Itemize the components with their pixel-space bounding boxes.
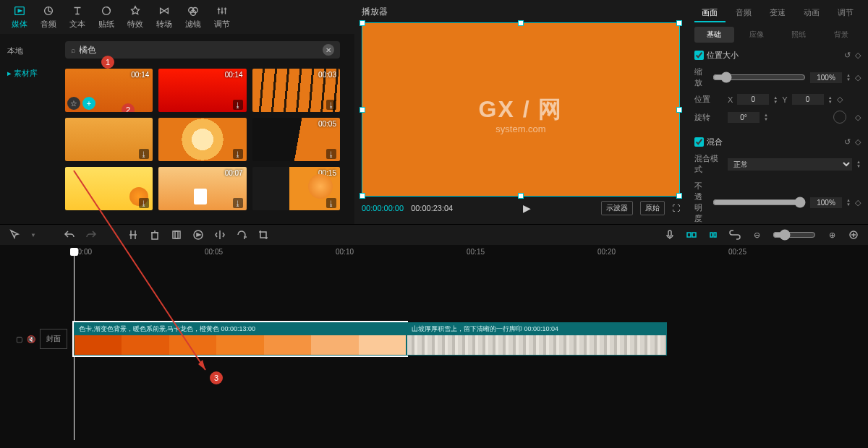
search-box: ⌕ ✕ 1 [65,41,340,59]
tab-sticker[interactable]: 贴纸 [94,3,119,31]
fullscreen-icon[interactable]: ⛶ [672,204,680,212]
rot-dial-icon[interactable] [833,111,846,124]
asset-thumb[interactable]: ⭳ [65,167,153,210]
mic-icon[interactable] [664,229,676,241]
subtab-1[interactable]: 应像 [737,27,777,43]
rtab-audio[interactable]: 音频 [728,4,760,22]
adjust-icon [216,4,229,17]
keyframe-icon[interactable]: ◇ [855,113,861,122]
download-icon[interactable]: ⭳ [233,198,243,208]
download-icon[interactable]: ⭳ [139,149,149,159]
preview-canvas[interactable]: GX / 网 system.com [362,22,680,197]
blend-label: 混合 [707,137,723,147]
reset-icon[interactable]: ↺ [844,137,851,147]
rtab-adjust[interactable]: 调节 [830,4,861,22]
pos-y[interactable] [792,94,824,105]
pos-x[interactable] [737,94,769,105]
keyframe-icon[interactable]: ◇ [837,95,843,104]
opacity-value[interactable] [810,197,842,208]
add-icon[interactable]: + [82,97,95,110]
crop-icon[interactable] [258,229,269,241]
clear-icon[interactable]: ✕ [323,44,334,56]
asset-thumb[interactable]: 00:14⭳ [158,69,246,112]
svg-rect-6 [152,233,158,239]
download-icon[interactable]: ⭳ [139,198,149,208]
keyframe-icon[interactable]: ◇ [855,51,861,60]
scope-button[interactable]: 示波器 [601,201,633,215]
asset-thumb[interactable]: 00:14 ☆+ 2 [65,69,153,112]
timeline-clip[interactable]: 色卡,渐变色背景，暖色系前景,马卡龙色，橙黄色 00:00:13:00 [74,322,407,356]
tab-media[interactable]: 媒体 [7,3,32,31]
scale-value[interactable] [810,72,842,83]
redo-icon[interactable] [85,229,97,241]
blend-mode-select[interactable]: 正常 [728,158,852,171]
reverse-icon[interactable] [192,229,204,241]
annotation-1: 1 [101,56,114,69]
rtab-anim[interactable]: 动画 [796,4,827,22]
split-icon[interactable] [127,229,139,241]
original-button[interactable]: 原始 [640,201,665,215]
download-icon[interactable]: ⭳ [233,149,243,159]
subtab-2[interactable]: 照纸 [779,27,819,43]
rotate-icon[interactable] [236,229,247,241]
asset-thumb[interactable]: ⭳ [158,118,246,161]
possize-label: 位置大小 [707,50,739,61]
download-icon[interactable]: ⭳ [326,198,336,208]
freeze-icon[interactable] [171,229,182,241]
rtab-picture[interactable]: 画面 [694,4,726,22]
text-icon [71,4,84,17]
tab-adjust[interactable]: 调节 [210,3,234,31]
cursor-icon[interactable] [9,229,20,241]
play-button[interactable]: ▶ [523,202,531,214]
asset-thumb[interactable]: 00:07⭳ [158,167,246,210]
spin-icon[interactable]: ▲▼ [846,73,851,82]
chevron-down-icon[interactable]: ▼ [30,232,36,238]
search-input[interactable] [79,45,323,55]
delete-icon[interactable] [149,229,161,241]
tab-text[interactable]: 文本 [65,3,90,31]
asset-thumb[interactable]: 00:03⭳ [252,69,340,112]
zoom-slider[interactable] [773,229,816,241]
reset-icon[interactable]: ↺ [844,51,851,60]
zoom-in-icon[interactable]: ⊕ [826,229,838,241]
asset-grid: 00:14 ☆+ 2 00:14⭳ 00:03⭳ ⭳ ⭳ 00:05⭳ ⭳ 00… [65,69,340,210]
tab-effect[interactable]: 特效 [123,3,148,31]
subtab-basic[interactable]: 基础 [694,27,734,43]
filter-icon [187,4,200,17]
mute-icon[interactable]: 🔇 [27,335,35,343]
keyframe-icon[interactable]: ◇ [855,137,861,147]
scale-slider[interactable] [712,72,806,83]
blend-toggle[interactable] [694,137,704,147]
favorite-icon[interactable]: ☆ [67,97,80,110]
undo-icon[interactable] [64,229,75,241]
link-icon[interactable] [729,229,741,241]
asset-thumb[interactable]: ⭳ [65,118,153,161]
keyframe-icon[interactable]: ◇ [855,73,861,82]
tab-audio[interactable]: 音频 [36,3,61,31]
opacity-slider[interactable] [712,197,806,208]
asset-thumb[interactable]: 00:15⭳ [252,167,340,210]
sidenav-local[interactable]: 本地 [0,40,51,62]
zoom-fit-icon[interactable] [848,229,859,241]
media-icon [13,4,26,17]
keyframe-icon[interactable]: ◇ [855,198,861,207]
download-icon[interactable]: ⭳ [326,100,336,110]
sidenav-library[interactable]: 素材库 [0,62,51,85]
download-icon[interactable]: ⭳ [233,100,243,110]
tab-filter[interactable]: 滤镜 [181,3,205,31]
subtab-3[interactable]: 背景 [822,27,861,43]
download-icon[interactable]: ⭳ [326,149,336,159]
tab-transition[interactable]: 转场 [152,3,176,31]
mirror-icon[interactable] [214,229,226,241]
cover-button[interactable]: 封面 [40,329,67,349]
zoom-out-icon[interactable]: ⊖ [751,229,762,241]
rtab-speed[interactable]: 变速 [762,4,793,22]
possize-toggle[interactable] [694,51,704,60]
rot-value[interactable] [728,112,760,123]
time-ruler[interactable]: 00:00 00:05 00:10 00:15 00:20 00:25 [9,245,859,257]
timeline-clip[interactable]: 山坡厚厚积雪上，留下清晰的一行脚印 00:00:10:04 [407,322,667,356]
asset-thumb[interactable]: 00:05⭳ [252,118,340,161]
snap-main-icon[interactable] [686,229,697,241]
lock-icon[interactable]: ▢ [16,335,22,343]
snap-track-icon[interactable] [707,229,719,241]
